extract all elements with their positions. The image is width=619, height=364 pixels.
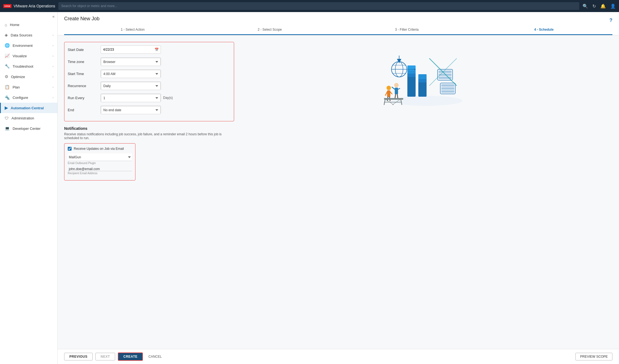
timezone-label: Time zone: [68, 60, 101, 64]
svg-line-37: [397, 94, 398, 98]
start-date-field[interactable]: 📅: [101, 45, 161, 54]
plugin-field-label: Email Outbound Plugin: [68, 162, 132, 165]
svg-point-32: [394, 83, 399, 87]
sidebar-item-troubleshoot[interactable]: 🔧 Troubleshoot ›: [0, 61, 57, 71]
timezone-select-wrapper[interactable]: Browser UTC America/New_York: [101, 58, 161, 66]
end-group: End No end date After N occurrences On d…: [68, 106, 231, 114]
chevron-right-icon-ts: ›: [53, 65, 53, 68]
svg-rect-13: [441, 84, 454, 87]
previous-button[interactable]: PREVIOUS: [64, 353, 93, 360]
sidebar-collapse-button[interactable]: «: [52, 14, 55, 19]
preview-scope-button[interactable]: PREVIEW SCOPE: [575, 353, 612, 360]
sidebar-label-home: Home: [10, 23, 19, 27]
wizard-step-select-scope[interactable]: 2 - Select Scope: [201, 25, 338, 35]
start-time-select[interactable]: 4:00 AM 12:00 AM 6:00 AM: [101, 70, 161, 78]
page-header: Create New Job ? 1 - Select Action 2 - S…: [58, 12, 619, 35]
optimize-icon: ⚙: [5, 74, 8, 79]
checkbox-label: Receive Updates on Job via Email: [74, 147, 124, 151]
run-every-select[interactable]: 1 2 3 7: [101, 94, 161, 102]
sidebar-item-configure[interactable]: 🔩 Configure ›: [0, 92, 57, 103]
start-date-label: Start Date: [68, 48, 101, 52]
chevron-right-icon-opt: ›: [53, 75, 53, 78]
sidebar-label-environment: Environment: [13, 44, 33, 48]
search-input[interactable]: [58, 2, 579, 10]
plugin-field: MailGun SMTP SendGrid Email Outbound Plu…: [68, 153, 132, 165]
timezone-select[interactable]: Browser UTC America/New_York: [101, 58, 161, 66]
user-icon[interactable]: 👤: [610, 4, 616, 9]
sidebar-item-plan[interactable]: 📋 Plan ›: [0, 82, 57, 92]
visualize-icon: 📈: [5, 53, 10, 58]
end-select[interactable]: No end date After N occurrences On date: [101, 106, 161, 114]
chevron-right-icon-cfg: ›: [53, 96, 53, 99]
sidebar-item-data-sources[interactable]: ◈ Data Sources ›: [0, 30, 57, 40]
svg-line-34: [392, 87, 395, 89]
wizard-step-select-action[interactable]: 1 - Select Action: [64, 25, 201, 35]
configure-icon: 🔩: [5, 95, 10, 100]
sidebar-item-home[interactable]: ⌂ Home: [0, 20, 57, 30]
sidebar-label-developer-center: Developer Center: [13, 127, 41, 131]
svg-rect-1: [407, 75, 416, 97]
svg-rect-9: [439, 71, 452, 73]
start-time-group: Start Time 4:00 AM 12:00 AM 6:00 AM: [68, 70, 231, 78]
svg-rect-5: [418, 80, 427, 97]
notifications-subtitle: Receive status notifications including j…: [64, 132, 234, 140]
start-date-group: Start Date 📅: [68, 45, 231, 54]
chevron-right-icon-env: ›: [53, 44, 53, 47]
sidebar-label-troubleshoot: Troubleshoot: [13, 64, 33, 68]
sidebar: « ⌂ Home ◈ Data Sources › 🌐 Environment …: [0, 12, 58, 364]
page-title: Create New Job: [64, 16, 100, 22]
run-every-suffix: Day(s): [163, 96, 173, 100]
end-select-wrapper[interactable]: No end date After N occurrences On date: [101, 106, 161, 114]
svg-line-36: [395, 94, 396, 98]
sidebar-item-automation-central[interactable]: ▶ Automation Central: [0, 103, 57, 113]
svg-rect-27: [387, 90, 390, 97]
notifications-section: Notifications Receive status notificatio…: [64, 126, 234, 180]
svg-line-35: [398, 88, 400, 89]
notification-box: Receive Updates on Job via Email MailGun…: [64, 143, 135, 180]
sidebar-item-administration[interactable]: 🛡 Administration: [0, 113, 57, 123]
sidebar-item-optimize[interactable]: ⚙ Optimize ›: [0, 71, 57, 82]
sidebar-item-visualize[interactable]: 📈 Visualize ›: [0, 51, 57, 61]
chevron-right-icon: ›: [53, 34, 53, 37]
app-title: VMware Aria Operations: [14, 4, 55, 8]
plugin-select[interactable]: MailGun SMTP SendGrid: [68, 153, 132, 161]
troubleshoot-icon: 🔧: [5, 64, 10, 69]
wizard-step-filter-criteria[interactable]: 3 - Filter Criteria: [338, 25, 475, 35]
notification-icon[interactable]: 🔔: [600, 4, 606, 9]
create-button[interactable]: CREATE: [118, 352, 143, 361]
cancel-button[interactable]: CANCEL: [146, 353, 164, 360]
sidebar-item-environment[interactable]: 🌐 Environment ›: [0, 40, 57, 51]
app-body: « ⌂ Home ◈ Data Sources › 🌐 Environment …: [0, 12, 619, 364]
vmw-badge: vmw: [3, 4, 12, 8]
run-every-group: Run Every 1 2 3 7 Day(s): [68, 94, 231, 102]
sidebar-label-configure: Configure: [13, 96, 28, 100]
email-input[interactable]: [68, 167, 132, 171]
start-time-select-wrapper[interactable]: 4:00 AM 12:00 AM 6:00 AM: [101, 70, 161, 78]
help-icon[interactable]: ?: [609, 18, 612, 23]
svg-rect-14: [441, 87, 454, 90]
recurrence-select[interactable]: Daily Weekly Monthly Once: [101, 82, 161, 90]
search-icon[interactable]: 🔍: [583, 4, 588, 9]
illustration-svg: [383, 47, 470, 108]
start-date-input[interactable]: [101, 45, 161, 54]
content-area: Start Date 📅 Time zone Browser UTC: [58, 35, 619, 349]
environment-icon: 🌐: [5, 43, 10, 48]
next-button[interactable]: NEXT: [95, 353, 115, 360]
svg-line-28: [385, 92, 387, 95]
svg-point-26: [387, 86, 391, 90]
sidebar-item-developer-center[interactable]: 💻 Developer Center: [0, 123, 57, 134]
sidebar-label-visualize: Visualize: [13, 54, 27, 58]
svg-line-29: [390, 92, 392, 94]
sidebar-label-data-sources: Data Sources: [11, 33, 32, 37]
email-updates-checkbox[interactable]: [68, 147, 72, 151]
recurrence-select-wrapper[interactable]: Daily Weekly Monthly Once: [101, 82, 161, 90]
run-every-select-wrapper[interactable]: 1 2 3 7: [101, 94, 161, 102]
wizard-step-schedule[interactable]: 4 - Schedule: [475, 25, 612, 35]
footer-bar: PREVIOUS NEXT CREATE CANCEL PREVIEW SCOP…: [58, 349, 619, 364]
topnav-icons: 🔍 ↻ 🔔 👤: [583, 4, 616, 9]
timezone-group: Time zone Browser UTC America/New_York: [68, 58, 231, 66]
automation-central-icon: ▶: [5, 105, 8, 110]
administration-icon: 🛡: [5, 116, 9, 121]
sidebar-collapse-area: «: [0, 12, 57, 20]
refresh-icon[interactable]: ↻: [592, 4, 596, 9]
